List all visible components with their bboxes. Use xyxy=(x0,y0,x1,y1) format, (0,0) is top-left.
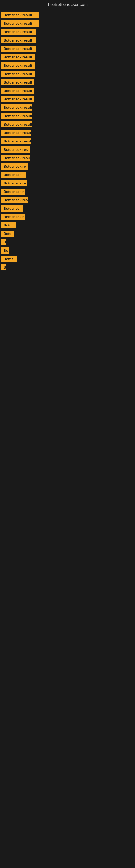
list-item: Bottleneck result xyxy=(1,104,134,111)
bottleneck-result-label[interactable]: Bottleneck result xyxy=(1,54,35,60)
bottleneck-result-label[interactable]: Bottleneck xyxy=(1,172,26,178)
bottleneck-result-label[interactable]: Bottleneck re xyxy=(1,180,27,186)
list-item: Bottleneck r xyxy=(1,188,134,195)
list-item: Bottleneck result xyxy=(1,12,134,18)
bottleneck-result-label[interactable]: Bottleneck resu xyxy=(1,197,28,203)
list-item: Bottleneck result xyxy=(1,29,134,35)
bottleneck-result-label[interactable]: B xyxy=(1,264,6,271)
bottleneck-result-label[interactable]: Bottleneck result xyxy=(1,88,34,94)
bottleneck-result-label[interactable]: Bottleneck result xyxy=(1,20,39,27)
list-item: Bottlenec xyxy=(1,205,134,212)
list-item: Bottleneck res xyxy=(1,147,134,153)
bottleneck-result-label[interactable]: Bottle xyxy=(1,256,17,262)
list-item: Bottleneck result xyxy=(1,155,134,161)
items-container: Bottleneck resultBottleneck resultBottle… xyxy=(0,9,135,275)
list-item: Bottleneck r xyxy=(1,214,134,220)
bottleneck-result-label[interactable]: Bottleneck result xyxy=(1,79,34,86)
list-item: Bottleneck resu xyxy=(1,197,134,203)
bottleneck-result-label[interactable]: Bottleneck result xyxy=(1,104,32,111)
list-item: Bottleneck result xyxy=(1,45,134,52)
bottleneck-result-label[interactable]: Bottleneck r xyxy=(1,188,25,195)
bottleneck-result-label[interactable]: Bottleneck result xyxy=(1,71,35,77)
list-item: Bottleneck result xyxy=(1,96,134,102)
list-item: Bott xyxy=(1,230,134,237)
bottleneck-result-label[interactable]: Bo xyxy=(1,247,9,254)
bottleneck-result-label[interactable]: Bottleneck re xyxy=(1,163,28,169)
list-item: B xyxy=(1,264,134,271)
list-item: Bottleneck re xyxy=(1,163,134,169)
bottleneck-result-label[interactable]: Bottleneck result xyxy=(1,96,34,102)
list-item: Bottleneck result xyxy=(1,130,134,136)
bottleneck-result-label[interactable]: Bottl xyxy=(1,222,16,228)
list-item: Bottleneck result xyxy=(1,20,134,27)
bottleneck-result-label[interactable]: Bottleneck result xyxy=(1,113,32,119)
site-title: TheBottlenecker.com xyxy=(0,0,135,9)
bottleneck-result-label[interactable]: Bottleneck result xyxy=(1,138,31,144)
list-item: Bottleneck result xyxy=(1,54,134,60)
list-item: Bottleneck result xyxy=(1,79,134,86)
list-item: Bottleneck result xyxy=(1,121,134,127)
list-item: Bottleneck result xyxy=(1,88,134,94)
bottleneck-result-label[interactable]: Bott xyxy=(1,230,14,237)
list-item: Bottleneck result xyxy=(1,62,134,69)
list-item: Bottleneck result xyxy=(1,113,134,119)
list-item: Bo xyxy=(1,247,134,254)
bottleneck-result-label[interactable]: Bottleneck result xyxy=(1,121,32,127)
bottleneck-result-label[interactable]: Bottleneck res xyxy=(1,147,30,153)
bottleneck-result-label[interactable]: Bottleneck result xyxy=(1,130,31,136)
bottleneck-result-label[interactable]: Bottleneck result xyxy=(1,45,37,52)
bottleneck-result-label[interactable]: Bottleneck result xyxy=(1,29,37,35)
bottleneck-result-label[interactable]: Bottleneck result xyxy=(1,37,37,43)
bottleneck-result-label[interactable]: B xyxy=(1,239,6,245)
list-item: Bottle xyxy=(1,256,134,262)
bottleneck-result-label[interactable]: Bottleneck result xyxy=(1,155,30,161)
site-title-text: TheBottlenecker.com xyxy=(47,2,88,7)
bottleneck-result-label[interactable]: Bottleneck result xyxy=(1,62,35,69)
list-item: B xyxy=(1,239,134,245)
list-item: Bottleneck result xyxy=(1,37,134,43)
bottleneck-result-label[interactable]: Bottleneck result xyxy=(1,12,39,18)
list-item: Bottleneck re xyxy=(1,180,134,186)
list-item: Bottl xyxy=(1,222,134,228)
list-item: Bottleneck result xyxy=(1,71,134,77)
bottleneck-result-label[interactable]: Bottlenec xyxy=(1,205,24,212)
list-item: Bottleneck result xyxy=(1,138,134,144)
list-item: Bottleneck xyxy=(1,172,134,178)
bottleneck-result-label[interactable]: Bottleneck r xyxy=(1,214,25,220)
